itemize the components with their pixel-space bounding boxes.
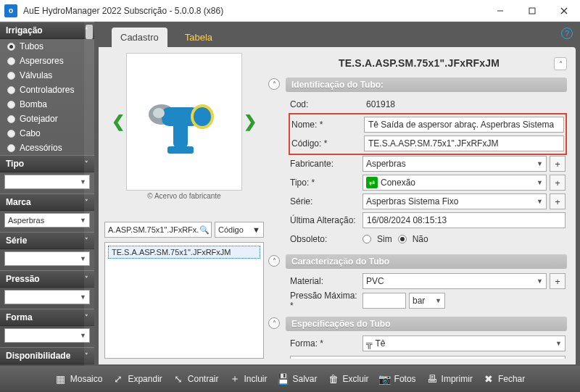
form-column: ˄ TE.S.A.ASP.SM.75x1".JFxRFxJM ˄ Identif… — [268, 53, 570, 359]
collapse-all-button[interactable]: ˄ — [554, 57, 567, 70]
sidebar-select[interactable]: ▼ — [4, 175, 90, 189]
sidebar-item-label: Bomba — [20, 99, 47, 109]
product-image — [126, 53, 242, 191]
add-material-button[interactable]: + — [550, 273, 566, 289]
sidebar-header[interactable]: Disponibilidade˅ — [0, 347, 94, 364]
sidebar-select[interactable]: ▼ — [4, 328, 90, 343]
section-toggle-espec[interactable]: ˄ — [268, 317, 280, 329]
input-pressao[interactable] — [362, 293, 406, 309]
tabs: Cadastro Tabela — [99, 26, 576, 47]
label-codigo: Código: * — [291, 138, 361, 149]
select-pressao-unit[interactable]: bar▼ — [409, 293, 445, 309]
toolbar-fechar[interactable]: ✖Fechar — [483, 373, 525, 385]
value-forma: Tê — [376, 338, 386, 349]
sidebar-header[interactable]: Marca˅ — [0, 193, 94, 211]
input-codigo[interactable]: TE.S.A.ASP.SM.75x1".JFxRFxJM — [364, 135, 564, 151]
code-type-select[interactable]: Código ▼ — [215, 222, 264, 238]
select-fabricante[interactable]: Asperbras▼ — [362, 156, 547, 172]
save-icon: 💾 — [278, 373, 289, 385]
window-title: AuE HydroManager 2022 Subscrição - 5.0.0… — [23, 6, 484, 16]
tab-cadastro[interactable]: Cadastro — [112, 28, 167, 47]
tab-tabela[interactable]: Tabela — [176, 28, 221, 47]
window-maximize-button[interactable] — [516, 0, 548, 22]
window-close-button[interactable] — [548, 0, 580, 22]
toolbar-contrair[interactable]: ⤡Contrair — [173, 373, 219, 385]
next-image-button[interactable]: ❯ — [244, 112, 257, 131]
results-list[interactable]: TE.S.A.ASP.SM.75x1".JFxRFxJM — [104, 242, 264, 359]
camera-icon: 📷 — [379, 373, 391, 385]
section-toggle-carac[interactable]: ˄ — [268, 255, 280, 267]
toolbar-incluir[interactable]: ＋Incluir — [229, 373, 268, 385]
label-obsoleto-nao: Não — [413, 234, 428, 244]
prev-image-button[interactable]: ❮ — [112, 112, 125, 131]
form-scroll[interactable]: ˄ Identificação do Tubo: Cod: 601918 Nom… — [268, 76, 570, 359]
sidebar-item[interactable]: Acessórios — [0, 141, 94, 155]
toolbar-fotos[interactable]: 📷Fotos — [379, 373, 416, 385]
sidebar-item-label: Controladores — [20, 85, 74, 95]
toolbar-excluir[interactable]: 🗑Excluir — [328, 373, 369, 385]
app-icon: o — [4, 4, 17, 17]
sidebar-item[interactable]: Válvulas — [0, 68, 94, 83]
toolbar-mosaico[interactable]: ▦Mosaico — [55, 373, 103, 385]
toolbar-incluir-label: Incluir — [244, 374, 268, 384]
sidebar-header[interactable]: Tipo˅ — [0, 155, 94, 172]
toolbar-imprimir[interactable]: 🖶Imprimir — [426, 373, 473, 385]
toolbar-salvar[interactable]: 💾Salvar — [278, 373, 318, 385]
help-icon[interactable]: ? — [561, 28, 573, 39]
search-input[interactable]: A.ASP.SM.75x1".JFxRFx. 🔍 — [104, 222, 212, 238]
toolbar-expandir[interactable]: ⤢Expandir — [112, 373, 162, 385]
sidebar-header[interactable]: Forma˅ — [0, 309, 94, 326]
sidebar-item[interactable]: Aspersores — [0, 54, 94, 68]
section-toggle-ident[interactable]: ˄ — [268, 78, 280, 90]
toolbar-excluir-label: Excluir — [343, 374, 369, 384]
code-type-value: Código — [218, 225, 244, 234]
sidebar-select[interactable]: ▼ — [4, 251, 90, 266]
select-material[interactable]: PVC▼ — [362, 273, 547, 289]
sidebar-select[interactable]: ▼ — [4, 290, 90, 304]
sidebar-select[interactable]: Asperbras▼ — [4, 213, 90, 228]
plus-icon: ＋ — [229, 373, 241, 385]
sidebar-item[interactable]: Bomba — [0, 97, 94, 112]
radio-obsoleto-nao[interactable] — [398, 235, 407, 243]
section-body-carac: Material: PVC▼ + Pressão Máxima: * bar▼ — [268, 269, 567, 315]
sidebar-item[interactable]: Cabo — [0, 126, 94, 141]
sidebar-header[interactable]: Irrigação˄ — [0, 22, 94, 39]
expand-icon: ⤢ — [112, 373, 124, 385]
value-ultima: 16/08/2024 08:15:13 — [362, 212, 566, 228]
section-body-espec: Forma: * ╦Tê ▼ — [268, 331, 567, 359]
window-titlebar: o AuE HydroManager 2022 Subscrição - 5.0… — [0, 0, 580, 22]
grid-icon: ▦ — [55, 373, 67, 385]
label-nome: Nome: * — [291, 120, 361, 130]
svg-point-9 — [153, 108, 165, 118]
add-tipo-button[interactable]: + — [550, 175, 566, 191]
toolbar-expandir-label: Expandir — [128, 374, 162, 384]
trash-icon: 🗑 — [328, 373, 339, 385]
radio-obsoleto-sim[interactable] — [362, 235, 371, 243]
select-forma[interactable]: ╦Tê ▼ — [362, 335, 566, 351]
add-serie-button[interactable]: + — [550, 193, 566, 209]
radio-icon — [7, 101, 15, 109]
sidebar-item[interactable]: Tubos — [0, 39, 94, 54]
radio-icon — [7, 57, 15, 65]
label-pressao: Pressão Máxima: * — [290, 291, 360, 311]
search-icon[interactable]: 🔍 — [199, 225, 210, 235]
chevron-down-icon: ▼ — [536, 278, 543, 285]
add-fabricante-button[interactable]: + — [550, 156, 566, 172]
list-item[interactable]: TE.S.A.ASP.SM.75x1".JFxRFxJM — [108, 246, 260, 259]
sidebar-item-label: Aspersores — [20, 56, 64, 66]
value-pressao-unit: bar — [413, 296, 425, 306]
select-serie[interactable]: Asperbras Sistema Fixo▼ — [362, 193, 547, 209]
input-nome[interactable]: Tê Saída de aspersor abraç. Asperbras Si… — [364, 117, 564, 133]
close-icon: ✖ — [483, 373, 494, 385]
window-minimize-button[interactable] — [484, 0, 516, 22]
chevron-down-icon: ▼ — [555, 340, 562, 347]
value-tipo: Conexão — [381, 178, 415, 188]
sidebar-item[interactable]: Gotejador — [0, 112, 94, 126]
svg-rect-8 — [167, 146, 194, 154]
sidebar-item[interactable]: Controladores — [0, 83, 94, 97]
sidebar-header[interactable]: Série˅ — [0, 232, 94, 249]
product-title: TE.S.A.ASP.SM.75x1".JFxRFxJM — [268, 53, 570, 76]
value-cod: 601918 — [362, 96, 566, 112]
sidebar-header[interactable]: Pressão˅ — [0, 270, 94, 288]
select-tipo[interactable]: ⇄Conexão ▼ — [362, 175, 547, 191]
